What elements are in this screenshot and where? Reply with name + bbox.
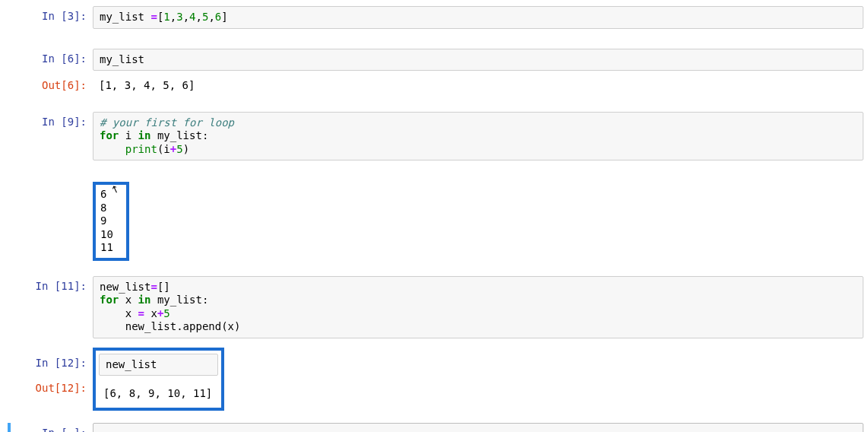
input-prompt: In [ ]: xyxy=(8,423,93,433)
code-cell[interactable]: In [6]: my_list xyxy=(0,47,868,73)
code-input[interactable]: new_list=[] for x in my_list: x = x+5 ne… xyxy=(93,276,863,338)
output-row: Out[6]: [1, 3, 4, 5, 6] xyxy=(0,74,868,98)
stream-output: 6 8 9 10 11 xyxy=(96,185,126,258)
input-prompt: In [3]: xyxy=(8,6,93,29)
output-prompt: Out[6]: xyxy=(8,75,93,97)
input-prompt: In [12]: xyxy=(14,357,87,370)
code-cell[interactable]: In [9]: # your first for loop for i in m… xyxy=(0,110,868,163)
highlight-annotation: 6 8 9 10 11 xyxy=(93,182,129,261)
input-prompt: In [11]: xyxy=(8,276,93,338)
output-text: [6, 8, 9, 10, 11] xyxy=(99,383,218,405)
highlight-annotation: new_list [6, 8, 9, 10, 11] xyxy=(93,348,224,411)
input-prompt: In [6]: xyxy=(8,49,93,71)
code-input[interactable]: new_list xyxy=(99,354,218,376)
code-input[interactable]: my_list xyxy=(93,49,863,71)
output-row: In [12]: Out[12]: new_list [6, 8, 9, 10,… xyxy=(0,346,868,412)
code-cell[interactable]: In [ ]: xyxy=(0,421,868,433)
code-cell[interactable]: In [3]: my_list =[1,3,4,5,6] xyxy=(0,5,868,30)
output-row: 6 8 9 10 11 ↖ xyxy=(0,180,868,262)
output-text: [1, 3, 4, 5, 6] xyxy=(93,75,863,97)
code-input[interactable] xyxy=(93,423,863,433)
code-cell[interactable]: In [11]: new_list=[] for x in my_list: x… xyxy=(0,275,868,340)
code-input[interactable]: my_list =[1,3,4,5,6] xyxy=(93,6,863,29)
output-prompt: Out[12]: xyxy=(14,382,87,395)
prompt-stack: In [12]: Out[12]: xyxy=(8,348,93,399)
code-input[interactable]: # your first for loop for i in my_list: … xyxy=(93,112,863,161)
input-prompt: In [9]: xyxy=(8,112,93,161)
output-prompt xyxy=(8,182,93,261)
